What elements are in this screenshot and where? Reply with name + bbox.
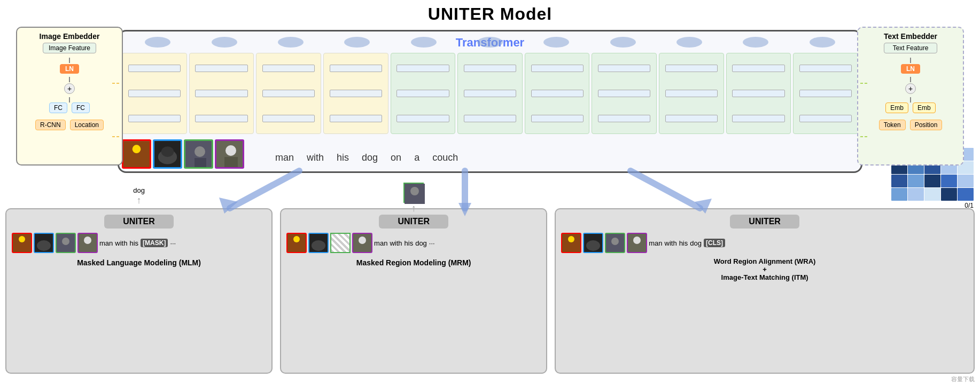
wra-words: man with his dog [CLS] <box>649 239 725 247</box>
dog-label-mlm: dog ↑ <box>133 185 145 206</box>
wra-uniter-label: UNITER <box>730 215 799 229</box>
enc-block <box>799 65 852 72</box>
mlm-box: dog ↑ UNITER man with his [MASK] ··· <box>5 208 273 374</box>
svg-point-37 <box>312 240 325 251</box>
wra-subtitle: Word Region Alignment (WRA) + Image-Text… <box>561 257 968 281</box>
word-his: his <box>330 152 355 163</box>
ellipses-row <box>125 37 855 48</box>
mlm-img-strip: man with his [MASK] ··· <box>12 233 266 253</box>
heatmap-cell <box>941 175 957 187</box>
svg-point-28 <box>62 238 69 245</box>
image-embedder-title: Image Embedder <box>21 32 118 41</box>
emb-box-2: Emb <box>913 103 936 113</box>
heatmap-cell <box>891 188 907 201</box>
word-tokens-transformer: man with his dog on a couch <box>269 152 858 163</box>
ellipse <box>676 37 702 48</box>
svg-point-30 <box>84 237 91 244</box>
thumb-2 <box>153 139 182 169</box>
encoder-col-6 <box>457 53 523 134</box>
encoder-col-11 <box>793 53 858 134</box>
svg-rect-11 <box>224 157 238 168</box>
transformer-box: Transformer <box>118 30 862 173</box>
enc-block <box>799 115 852 122</box>
ellipse <box>212 37 237 48</box>
word-a: a <box>408 152 426 163</box>
watermark: 容量下载 <box>951 375 975 383</box>
encoder-col-3 <box>256 53 321 134</box>
enc-block <box>531 65 584 72</box>
position-box: Position <box>910 120 943 130</box>
enc-block <box>598 90 650 97</box>
rcnn-box: R-CNN <box>35 120 66 130</box>
enc-block <box>396 115 449 122</box>
svg-point-32 <box>410 187 419 195</box>
enc-block <box>262 90 315 97</box>
text-embedder-title: Text Embedder <box>862 32 959 41</box>
wra-thumb-3 <box>605 233 625 253</box>
ellipse <box>411 37 437 48</box>
ellipse <box>543 37 569 48</box>
svg-point-48 <box>633 237 641 244</box>
svg-point-1 <box>133 145 141 153</box>
word-with: with <box>300 152 330 163</box>
svg-rect-42 <box>567 243 575 250</box>
mlm-words: man with his [MASK] ··· <box>99 239 176 247</box>
score-label: 0/1 <box>891 202 974 209</box>
enc-block <box>799 90 852 97</box>
enc-block <box>732 90 784 97</box>
mlm-thumb-2 <box>34 233 54 253</box>
word-couch: couch <box>426 152 464 163</box>
mrm-uniter-label: UNITER <box>379 215 448 229</box>
enc-block <box>598 115 650 122</box>
enc-block <box>330 65 382 72</box>
enc-block <box>396 65 449 72</box>
encoder-area <box>122 53 858 134</box>
image-thumbnails-row <box>122 139 244 169</box>
svg-point-39 <box>359 237 366 244</box>
mrm-subtitle: Masked Region Modeling (MRM) <box>286 258 541 267</box>
enc-block <box>732 65 784 72</box>
heatmap-cell <box>924 175 940 187</box>
wra-thumb-4 <box>627 233 647 253</box>
ellipse <box>810 37 835 48</box>
bottom-section: dog ↑ UNITER man with his [MASK] ··· <box>5 208 975 374</box>
encoder-col-1 <box>122 53 187 134</box>
text-ln-box: LN <box>901 64 920 74</box>
word-man: man <box>269 152 300 163</box>
wra-thumb-1 <box>561 233 581 253</box>
location-box: Location <box>70 120 104 130</box>
image-feature-label: Image Feature <box>43 43 96 53</box>
enc-block <box>128 90 181 97</box>
ellipse <box>278 37 304 48</box>
ellipse <box>477 37 503 48</box>
mrm-above-img: ↑ <box>403 183 424 214</box>
heatmap-cell <box>891 175 907 187</box>
enc-block <box>262 65 315 72</box>
text-feature-label: Text Feature <box>884 43 937 53</box>
heatmap-cell <box>958 175 974 187</box>
svg-rect-35 <box>293 243 300 250</box>
thumb-4 <box>215 139 244 169</box>
wra-box: 0/1 UNITER man with his dog [CLS] <box>555 208 975 374</box>
thumb-1 <box>122 139 151 169</box>
svg-point-23 <box>19 236 25 242</box>
svg-point-44 <box>586 240 600 251</box>
heatmap-cell <box>941 188 957 201</box>
mrm-masked-region <box>330 233 351 253</box>
enc-block <box>195 65 247 72</box>
thumb-3 <box>184 139 213 169</box>
enc-block <box>195 90 247 97</box>
fc-box-1: FC <box>49 103 67 113</box>
ellipse <box>344 37 370 48</box>
ellipse <box>145 37 170 48</box>
svg-point-5 <box>161 146 174 157</box>
svg-point-41 <box>568 236 574 242</box>
encoder-col-5 <box>391 53 456 134</box>
fc-box-2: FC <box>72 103 90 113</box>
wra-thumb-2 <box>583 233 603 253</box>
enc-block <box>665 65 718 72</box>
mlm-thumb-3 <box>56 233 76 253</box>
ellipse <box>743 37 768 48</box>
enc-block <box>732 115 784 122</box>
mlm-uniter-label: UNITER <box>104 215 174 229</box>
